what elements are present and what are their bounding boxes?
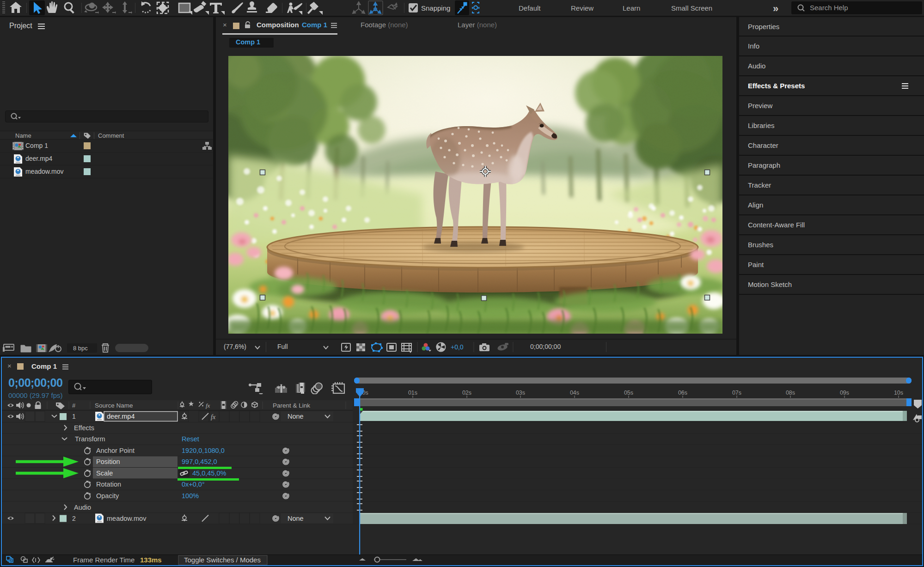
svg-text:Position: Position bbox=[96, 458, 120, 465]
svg-text:Learn: Learn bbox=[623, 4, 640, 12]
svg-text:Rotation: Rotation bbox=[96, 481, 121, 488]
svg-text:deer.mp4: deer.mp4 bbox=[107, 413, 135, 420]
svg-text:01s: 01s bbox=[408, 390, 417, 396]
svg-text:1920,0,1080,0: 1920,0,1080,0 bbox=[182, 447, 225, 454]
svg-text:10s: 10s bbox=[894, 390, 903, 396]
svg-text:100%: 100% bbox=[182, 492, 199, 500]
svg-text:meadow.mov: meadow.mov bbox=[107, 515, 147, 522]
svg-text:8 bpc: 8 bpc bbox=[73, 345, 88, 352]
svg-text:None: None bbox=[288, 515, 304, 522]
svg-text:02s: 02s bbox=[462, 390, 471, 396]
svg-text:2: 2 bbox=[72, 515, 76, 522]
svg-text:Parent & Link: Parent & Link bbox=[273, 402, 310, 409]
svg-text:Source Name: Source Name bbox=[95, 402, 133, 409]
svg-text:09s: 09s bbox=[840, 390, 849, 396]
svg-text:Effects: Effects bbox=[74, 424, 94, 432]
svg-text:Transform: Transform bbox=[75, 435, 105, 443]
svg-text:None: None bbox=[288, 413, 304, 420]
svg-text:0x+0,0°: 0x+0,0° bbox=[182, 481, 205, 488]
svg-text:08s: 08s bbox=[786, 390, 795, 396]
svg-text:Opacity: Opacity bbox=[96, 492, 119, 500]
svg-text:Reset: Reset bbox=[182, 435, 199, 443]
svg-text:Anchor Point: Anchor Point bbox=[96, 447, 135, 454]
svg-text:Audio: Audio bbox=[74, 504, 91, 511]
svg-text:»: » bbox=[773, 3, 778, 14]
svg-text:07s: 07s bbox=[732, 390, 741, 396]
svg-text:133ms: 133ms bbox=[140, 556, 162, 564]
svg-text:04s: 04s bbox=[570, 390, 579, 396]
svg-text:Toggle Switches / Modes: Toggle Switches / Modes bbox=[184, 556, 261, 564]
svg-text:1: 1 bbox=[72, 413, 76, 420]
svg-text:Small Screen: Small Screen bbox=[671, 4, 712, 12]
svg-text:Review: Review bbox=[571, 4, 594, 12]
svg-text:Snapping: Snapping bbox=[421, 4, 450, 12]
svg-text:fx: fx bbox=[211, 414, 216, 421]
svg-text:+0,0: +0,0 bbox=[451, 343, 464, 351]
svg-text:05s: 05s bbox=[624, 390, 633, 396]
svg-text:Default: Default bbox=[519, 4, 541, 12]
svg-text:45,0,45,0%: 45,0,45,0% bbox=[192, 469, 226, 477]
svg-text:Scale: Scale bbox=[96, 469, 113, 477]
svg-text:997,0,452,0: 997,0,452,0 bbox=[182, 458, 217, 465]
svg-text:Frame Render Time: Frame Render Time bbox=[73, 556, 135, 564]
svg-text:fx: fx bbox=[206, 402, 210, 409]
svg-text:06s: 06s bbox=[678, 390, 687, 396]
svg-text:03s: 03s bbox=[516, 390, 525, 396]
svg-text:#: # bbox=[72, 402, 76, 409]
